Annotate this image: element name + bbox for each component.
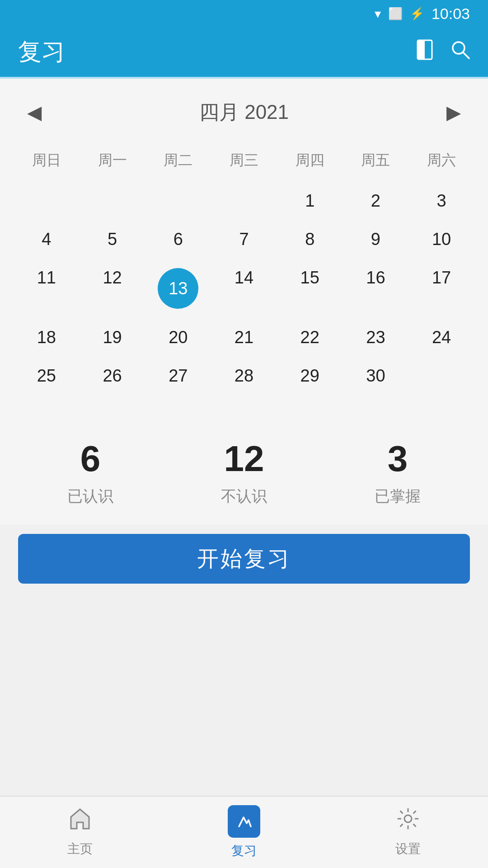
stat-unknown-number: 12 xyxy=(224,438,264,480)
status-time: 10:03 xyxy=(432,5,470,23)
calendar-day-26[interactable]: 26 xyxy=(80,359,145,393)
weekday-tue: 周二 xyxy=(145,146,211,175)
calendar-day-29[interactable]: 29 xyxy=(277,359,343,393)
stats-section: 6 已认识 12 不认识 3 已掌握 xyxy=(14,420,474,525)
app-bar: 复习 xyxy=(0,27,488,77)
home-icon xyxy=(68,807,92,836)
weekday-sun: 周日 xyxy=(14,146,80,175)
calendar-day-14[interactable]: 14 xyxy=(211,261,277,316)
weekday-headers: 周日 周一 周二 周三 周四 周五 周六 xyxy=(14,146,474,175)
stat-known-label: 已认识 xyxy=(67,486,113,507)
calendar-empty-cell xyxy=(14,184,80,218)
nav-home-label: 主页 xyxy=(67,840,93,858)
calendar-day-30[interactable]: 30 xyxy=(343,359,409,393)
status-bar: ▾ ⬜ ⚡ 10:03 xyxy=(0,0,488,27)
stat-mastered-label: 已掌握 xyxy=(375,486,421,507)
calendar-day-28[interactable]: 28 xyxy=(211,359,277,393)
nav-review[interactable]: 复习 xyxy=(228,805,260,859)
svg-line-3 xyxy=(463,52,469,58)
weekday-wed: 周三 xyxy=(211,146,277,175)
weekday-sat: 周六 xyxy=(408,146,474,175)
stat-mastered-number: 3 xyxy=(388,438,408,480)
svg-rect-1 xyxy=(418,40,425,59)
calendar-day-27[interactable]: 27 xyxy=(145,359,211,393)
calendar-day-9[interactable]: 9 xyxy=(343,222,409,256)
calendar-day-20[interactable]: 20 xyxy=(145,321,211,354)
stat-known: 6 已认识 xyxy=(67,438,113,507)
calendar-day-8[interactable]: 8 xyxy=(277,222,343,256)
bottom-nav: 主页 复习 设置 xyxy=(0,796,488,868)
page-title: 复习 xyxy=(18,36,399,68)
calendar-day-15[interactable]: 15 xyxy=(277,261,343,316)
calendar-day-24[interactable]: 24 xyxy=(408,321,474,354)
wifi-icon: ▾ xyxy=(375,6,381,21)
calendar-day-22[interactable]: 22 xyxy=(277,321,343,354)
calendar-day-13[interactable]: 13 xyxy=(145,261,211,316)
svg-point-5 xyxy=(404,815,412,822)
review-icon xyxy=(228,805,260,838)
calendar-day-18[interactable]: 18 xyxy=(14,321,80,354)
battery-icon: ⚡ xyxy=(410,7,424,21)
signal-icon: ⬜ xyxy=(388,7,403,21)
calendar-day-12[interactable]: 12 xyxy=(80,261,145,316)
next-month-button[interactable]: ▶ xyxy=(442,97,465,128)
stat-mastered: 3 已掌握 xyxy=(375,438,421,507)
stat-unknown-label: 不认识 xyxy=(221,486,267,507)
nav-home[interactable]: 主页 xyxy=(67,807,93,858)
nav-review-label: 复习 xyxy=(231,842,257,859)
calendar-empty-cell xyxy=(80,184,145,218)
calendar-day-25[interactable]: 25 xyxy=(14,359,80,393)
calendar-day-6[interactable]: 6 xyxy=(145,222,211,256)
prev-month-button[interactable]: ◀ xyxy=(23,97,46,128)
nav-settings-label: 设置 xyxy=(395,840,421,858)
calendar-day-1[interactable]: 1 xyxy=(277,184,343,218)
weekday-thu: 周四 xyxy=(277,146,343,175)
settings-icon xyxy=(396,807,420,836)
bookmark-button[interactable] xyxy=(417,39,433,65)
calendar-day-2[interactable]: 2 xyxy=(343,184,409,218)
calendar-empty-cell xyxy=(211,184,277,218)
nav-settings[interactable]: 设置 xyxy=(395,807,421,858)
calendar-grid: 1234567891011121314151617181920212223242… xyxy=(14,184,474,393)
weekday-mon: 周一 xyxy=(80,146,145,175)
calendar-day-21[interactable]: 21 xyxy=(211,321,277,354)
calendar-day-19[interactable]: 19 xyxy=(80,321,145,354)
start-review-button[interactable]: 开始复习 xyxy=(18,534,470,584)
calendar-day-23[interactable]: 23 xyxy=(343,321,409,354)
stat-known-number: 6 xyxy=(80,438,101,480)
month-year-label: 四月 2021 xyxy=(199,99,289,126)
calendar-day-7[interactable]: 7 xyxy=(211,222,277,256)
calendar-day-4[interactable]: 4 xyxy=(14,222,80,256)
calendar-day-5[interactable]: 5 xyxy=(80,222,145,256)
calendar-day-10[interactable]: 10 xyxy=(408,222,474,256)
calendar-day-3[interactable]: 3 xyxy=(408,184,474,218)
search-button[interactable] xyxy=(451,40,470,64)
weekday-fri: 周五 xyxy=(343,146,409,175)
main-content: ◀ 四月 2021 ▶ 周日 周一 周二 周三 周四 周五 周六 1234567… xyxy=(0,79,488,525)
calendar-day-16[interactable]: 16 xyxy=(343,261,409,316)
stat-unknown: 12 不认识 xyxy=(221,438,267,507)
calendar-day-11[interactable]: 11 xyxy=(14,261,80,316)
start-btn-wrap: 开始复习 xyxy=(0,525,488,611)
calendar-empty-cell xyxy=(145,184,211,218)
calendar-nav: ◀ 四月 2021 ▶ xyxy=(14,97,474,128)
calendar-day-17[interactable]: 17 xyxy=(408,261,474,316)
